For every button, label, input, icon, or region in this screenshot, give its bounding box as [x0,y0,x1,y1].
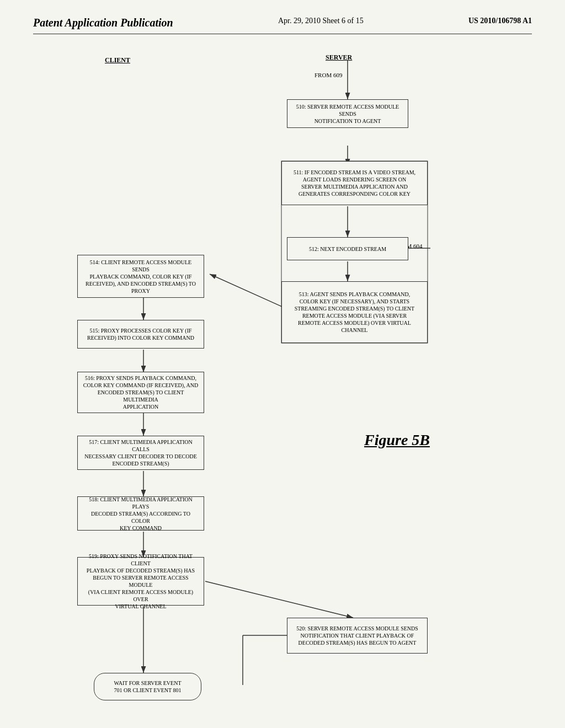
page: Patent Application Publication Apr. 29, … [0,0,565,728]
from609-label: FROM 609 [315,72,342,78]
box-515: 515: PROXY PROCESSES COLOR KEY (IFRECEIV… [77,320,204,349]
publication-title: Patent Application Publication [33,17,173,29]
box-517: 517: CLIENT MULTIMEDIA APPLICATION CALLS… [77,436,204,470]
publication-date-sheet: Apr. 29, 2010 Sheet 6 of 15 [278,17,364,25]
box-519: 519: PROXY SENDS NOTIFICATION THAT CLIEN… [77,557,204,606]
box-520: 520: SERVER REMOTE ACCESS MODULE SENDSNO… [287,618,428,654]
box-511: 511: IF ENCODED STREAM IS A VIDEO STREAM… [281,161,428,205]
box-513: 513: AGENT SENDS PLAYBACK COMMAND,COLOR … [281,281,428,343]
box-514: 514: CLIENT REMOTE ACCESS MODULE SENDSPL… [77,255,204,298]
svg-line-12 [205,581,353,618]
client-column-label: CLIENT [105,56,130,65]
figure-label: Figure 5B [364,431,430,449]
wait-event-box: WAIT FOR SERVER EVENT701 OR CLIENT EVENT… [94,673,201,700]
svg-line-6 [210,274,287,309]
server-column-label: SERVER [326,53,352,62]
box-516: 516: PROXY SENDS PLAYBACK COMMAND,COLOR … [77,372,204,413]
diagram-area: CLIENT SERVER FROM 609 FROM 604 510: SER… [33,51,532,685]
box-512: 512: NEXT ENCODED STREAM [287,237,408,260]
publication-number: US 2010/106798 A1 [468,17,532,25]
page-header: Patent Application Publication Apr. 29, … [33,17,532,34]
box-518: 518: CLIENT MULTIMEDIA APPLICATION PLAYS… [77,496,204,531]
box-510: 510: SERVER REMOTE ACCESS MODULE SENDSNO… [287,99,408,128]
